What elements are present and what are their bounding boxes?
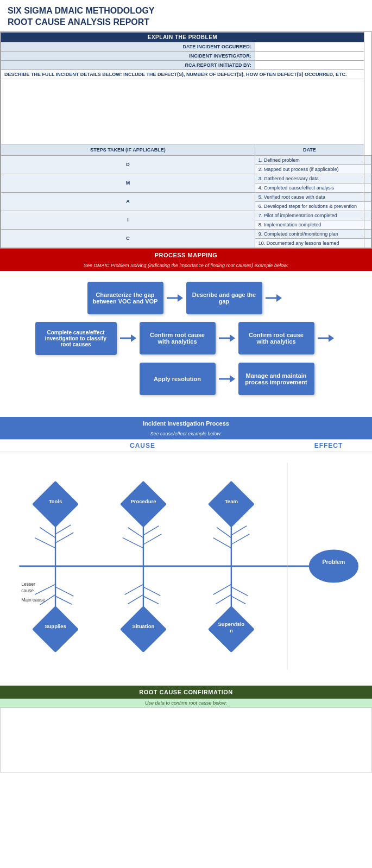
svg-line-41 — [213, 584, 231, 594]
date-header: DATE — [255, 144, 364, 155]
form-table: EXPLAIN THE PROBLEM DATE INCIDENT OCCURR… — [1, 32, 371, 248]
svg-line-23 — [231, 525, 247, 535]
svg-text:Procedure: Procedure — [130, 498, 156, 504]
svg-text:n: n — [230, 627, 233, 633]
arrow-1-2 — [266, 295, 282, 301]
arrow-1-1 — [167, 295, 183, 301]
svg-line-6 — [35, 537, 55, 548]
svg-line-16 — [143, 525, 159, 535]
report-header: SIX SIGMA DMAIC METHODOLOGY ROOT CAUSE A… — [0, 0, 372, 31]
arrow-2-1 — [120, 335, 136, 341]
effect-label: EFFECT — [285, 442, 372, 449]
flow-row-3: Apply resolution Manage and maintain pro… — [5, 363, 367, 395]
steps-header: STEPS TAKEN (IF APPLICABLE) — [1, 144, 255, 155]
svg-line-30 — [55, 596, 72, 604]
ii-subtitle: See cause/effect example below: — [0, 430, 372, 439]
svg-text:Team: Team — [225, 498, 238, 504]
svg-line-20 — [213, 537, 231, 548]
field-label-investigator: INCIDENT INVESTIGATOR: — [1, 51, 255, 60]
cause-effect-header: CAUSE EFFECT — [0, 439, 372, 452]
flow-box-2-3: Confirm root cause with analytics — [238, 322, 314, 354]
flow-box-2-2: Confirm root cause with analytics — [140, 322, 216, 354]
svg-line-27 — [35, 584, 55, 594]
ii-title: Incident Investigation Process — [0, 417, 372, 430]
section-title: EXPLAIN THE PROBLEM — [1, 32, 364, 42]
svg-text:cause: cause — [21, 587, 34, 593]
incident-investigation-section: Incident Investigation Process See cause… — [0, 417, 372, 680]
svg-text:Supervisio: Supervisio — [218, 621, 245, 627]
field-value-initiated[interactable] — [255, 60, 364, 69]
svg-line-36 — [143, 587, 160, 595]
root-cause-section: ROOT CAUSE CONFIRMATION Use data to conf… — [0, 686, 372, 772]
header-line1: SIX SIGMA DMAIC METHODOLOGY — [8, 5, 364, 17]
svg-text:Supplies: Supplies — [45, 623, 66, 629]
svg-text:Situation: Situation — [133, 623, 155, 629]
svg-line-37 — [143, 596, 159, 604]
arrow-3-1 — [219, 376, 235, 382]
svg-line-15 — [143, 534, 161, 544]
flow-diagram: Characterize the gap between VOC and VOP… — [0, 271, 372, 411]
pm-title: PROCESS MAPPING — [0, 249, 372, 262]
svg-line-42 — [216, 594, 231, 604]
svg-line-22 — [231, 534, 249, 544]
field-value-investigator[interactable] — [255, 51, 364, 60]
desc-content[interactable] — [1, 79, 364, 144]
flow-box-1-2: Describe and gage the gap — [186, 282, 262, 314]
desc-label: DESCRIBE THE FULL INCIDENT DETAILS BELOW… — [1, 69, 364, 79]
svg-line-43 — [231, 587, 248, 595]
flow-row-1: Characterize the gap between VOC and VOP… — [5, 282, 367, 314]
svg-line-14 — [128, 527, 143, 537]
explain-problem-section: EXPLAIN THE PROBLEM DATE INCIDENT OCCURR… — [0, 31, 372, 249]
pm-subtitle: See DMAIC Problem Solving (indicating th… — [0, 262, 372, 271]
flow-box-3-1: Apply resolution — [140, 363, 216, 395]
field-label-date: DATE INCIDENT OCCURRED: — [1, 42, 255, 51]
svg-line-35 — [128, 594, 143, 604]
svg-line-13 — [123, 537, 143, 548]
svg-text:Tools: Tools — [49, 498, 62, 504]
svg-line-29 — [55, 587, 73, 596]
svg-line-8 — [55, 533, 73, 543]
svg-text:Lesser: Lesser — [21, 581, 35, 587]
field-value-date[interactable] — [255, 42, 364, 51]
svg-line-21 — [217, 527, 231, 537]
svg-text:Problem: Problem — [322, 559, 345, 565]
header-line2: ROOT CAUSE ANALYSIS REPORT — [8, 17, 364, 28]
field-label-initiated: RCA REPORT INITIATED BY: — [1, 60, 255, 69]
arrow-2-2 — [219, 335, 235, 341]
fishbone-svg: Problem Tools Procedure — [5, 458, 367, 675]
fishbone-diagram: Problem Tools Procedure — [0, 452, 372, 680]
arrow-2-3 — [318, 335, 334, 341]
flow-box-3-2: Manage and maintain process improvement — [238, 363, 314, 395]
svg-line-9 — [55, 524, 71, 534]
rcc-content[interactable] — [0, 707, 372, 772]
flow-box-2-1: Complete cause/effect investigation to c… — [35, 322, 117, 355]
flow-box-1-1: Characterize the gap between VOC and VOP — [87, 282, 163, 314]
svg-text:Main cause: Main cause — [21, 597, 45, 602]
process-mapping-section: PROCESS MAPPING See DMAIC Problem Solvin… — [0, 249, 372, 411]
svg-line-7 — [40, 527, 55, 537]
svg-line-44 — [231, 596, 246, 604]
rcc-title: ROOT CAUSE CONFIRMATION — [0, 686, 372, 699]
rcc-subtitle: Use data to confirm root cause below: — [0, 699, 372, 707]
svg-line-34 — [125, 584, 143, 594]
svg-point-3 — [309, 549, 358, 582]
flow-row-2: Complete cause/effect investigation to c… — [5, 322, 367, 355]
cause-label: CAUSE — [0, 442, 285, 449]
